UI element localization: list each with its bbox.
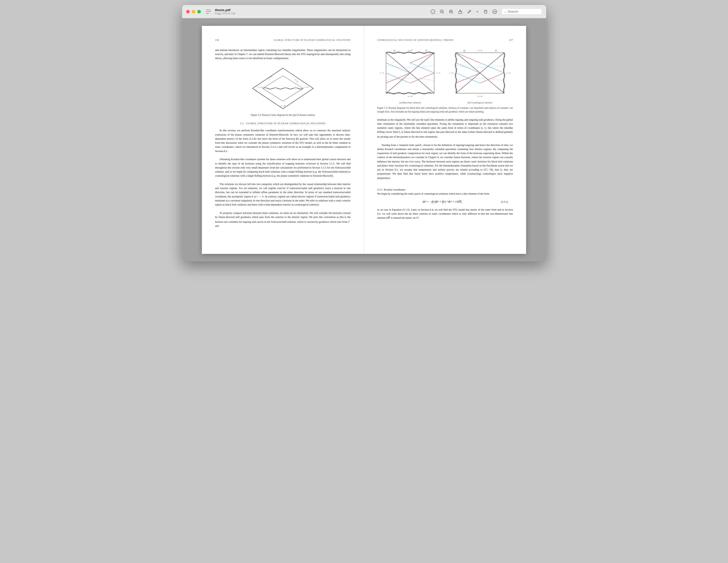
svg-text:t = ∞: t = ∞ [268,75,273,80]
svg-rect-11 [484,10,487,13]
right-para-4: as we saw in Equation (5.1.5). Later, in… [377,208,513,220]
left-para-3: Obtaining Kruskal-like coordinate system… [215,157,351,178]
search-icon: ⌕ [504,10,506,13]
svg-line-21 [263,76,283,88]
right-para-1: terminate at the singularity. We will us… [377,118,513,139]
right-para-3: We begin by considering the static patch… [377,192,513,196]
svg-text:t = ∞: t = ∞ [294,78,299,83]
svg-text:r = 0: r = 0 [450,72,453,74]
svg-text:r = ∞: r = ∞ [478,49,483,52]
svg-text:r = ∞: r = ∞ [304,86,309,88]
left-para-2: In this section, we perform Kruskal-like… [215,128,351,153]
titlebar: thesis.pdf Page 178 of 318 i [182,5,546,18]
fullscreen-button[interactable] [197,10,201,13]
left-page-body: In this section, we perform Kruskal-like… [215,128,351,228]
svg-line-34 [410,63,434,73]
svg-line-47 [456,63,480,73]
svg-text:r = ∞: r = ∞ [258,86,263,88]
toolbar-icons: i [431,8,542,15]
right-para-2: Starting from a 'standard static patch',… [377,143,513,180]
kruskal-fig-left: U V r = 0 [377,48,443,105]
markup-icon[interactable] [467,9,472,14]
annotate-icon[interactable] [492,9,497,14]
right-page-header: COSMOLOGICAL SOLUTIONS OF EINSTEIN-MAXWE… [377,39,513,42]
kruskal-figures: U V r = 0 [377,48,513,105]
traffic-lights [186,10,201,13]
search-input[interactable] [508,10,538,13]
left-para-5: To properly compare horizons between the… [215,211,351,228]
penrose-carter-diagram: t = ∞ t = ∞ r = ∞ r = ∞ r = 0 [247,66,318,111]
svg-line-32 [386,63,410,73]
svg-text:r = 0: r = 0 [507,72,511,74]
minimize-button[interactable] [192,10,195,13]
svg-text:U: U [464,49,466,52]
svg-line-8 [452,13,453,13]
svg-text:V: V [425,49,427,52]
figure-5-2-caption: Figure 5.2: Penrose-Carter diagram for t… [215,113,351,117]
equation-number: (5.3.1) [467,200,513,204]
equation-lhs: ds² = −f(r)dt² + f(r)⁻¹dr² + r²dX̃², [423,200,463,204]
svg-text:V: V [495,49,497,52]
close-button[interactable] [186,10,190,13]
fit-page-icon[interactable] [483,9,488,14]
pdf-content-area: 156 GLOBAL STRUCTURE OF PLANAR COSMOLOGI… [182,18,546,261]
svg-text:i: i [432,10,433,13]
share-icon[interactable] [458,9,463,14]
markup-dropdown-icon[interactable] [476,10,479,13]
zoom-in-icon[interactable] [449,9,453,14]
svg-line-51 [480,73,504,83]
svg-line-4 [443,13,444,13]
left-page-header: 156 GLOBAL STRUCTURE OF PLANAR COSMOLOGI… [215,39,351,42]
svg-text:r = ∞: r = ∞ [436,72,440,74]
svg-line-49 [480,63,504,73]
search-box[interactable]: ⌕ [502,8,542,15]
left-para-1: and instead introduces an intermediate r… [215,48,351,61]
right-page: COSMOLOGICAL SOLUTIONS OF EINSTEIN-MAXWE… [364,26,526,254]
page-info-label: Page 178 of 318 [215,12,236,15]
figure-5-2-container: t = ∞ t = ∞ r = ∞ r = ∞ r = 0 Figure 5.2… [215,66,351,117]
title-area: thesis.pdf Page 178 of 318 [215,8,236,15]
equation-5-3-1: ds² = −f(r)dt² + f(r)⁻¹dr² + r²dX̃², (5.… [377,200,513,204]
filename-label: thesis.pdf [215,8,236,12]
left-page-header-title: GLOBAL STRUCTURE OF PLANAR COSMOLOGICAL … [274,39,351,42]
svg-line-22 [283,76,303,88]
app-window: thesis.pdf Page 178 of 318 i [182,5,546,261]
svg-line-52 [456,53,480,63]
sidebar-toggle-button[interactable] [206,10,211,14]
section-5-3-number: 5.3 [240,122,244,125]
svg-text:r = ∞: r = ∞ [478,95,483,98]
info-icon[interactable]: i [431,9,435,14]
pdf-page-spread: 156 GLOBAL STRUCTURE OF PLANAR COSMOLOGI… [202,26,526,254]
kruskal-fig-right: U V r = ∞ r = ∞ [447,48,513,105]
right-page-body: terminate at the singularity. We will us… [377,118,513,220]
section-5-3-heading: 5.3 GLOBAL STRUCTURE OF PLANAR COSMOLOGI… [215,122,351,125]
left-page: 156 GLOBAL STRUCTURE OF PLANAR COSMOLOGI… [202,26,364,254]
kruskal-diagram-cosmo: U V r = ∞ r = ∞ [448,48,512,99]
svg-text:r = ∞: r = ∞ [380,72,384,74]
zoom-out-icon[interactable] [440,9,444,14]
svg-line-36 [410,73,434,83]
svg-line-10 [470,11,470,11]
kruskal-bh-label: (a) Black hole solutions [377,101,443,105]
kruskal-cosmo-label: (b) Cosmological solutions [447,101,513,105]
subsection-5-3-1-heading: 5.3.1 Kruskal coordinates [377,188,513,192]
svg-text:r = 0: r = 0 [408,49,412,52]
svg-text:r = 0: r = 0 [408,95,412,98]
left-para-4: The solutions we discuss fall into two c… [215,182,351,207]
right-page-number: 157 [509,39,513,42]
section-5-3-title: GLOBAL STRUCTURE OF PLANAR COSMOLOGICAL … [246,122,325,125]
left-page-text: and instead introduces an intermediate r… [215,48,351,61]
svg-text:r = 0: r = 0 [281,105,285,107]
right-page-header-title: COSMOLOGICAL SOLUTIONS OF EINSTEIN-MAXWE… [377,39,454,42]
svg-line-37 [410,53,434,63]
kruskal-diagram-bh: U V r = 0 [378,48,442,99]
figure-5-3-caption: Figure 5.3: Kruskal diagrams for black h… [377,106,513,114]
svg-text:U: U [394,49,396,52]
left-page-number: 156 [215,39,219,42]
